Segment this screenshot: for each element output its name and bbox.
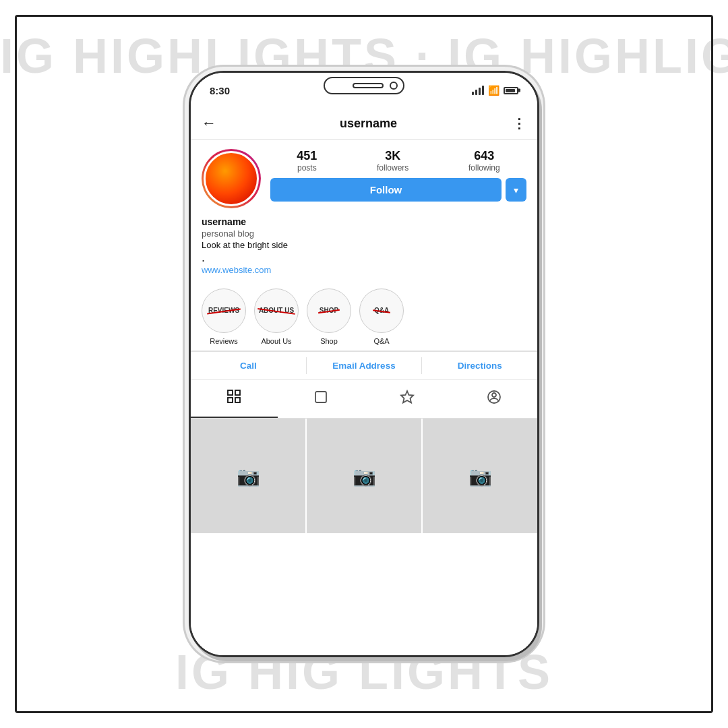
- grid-icon: [226, 388, 242, 408]
- contact-row: Call Email Address Directions: [191, 351, 537, 380]
- photo-cell-1[interactable]: 📷: [191, 419, 305, 533]
- profile-top: 451 posts 3K followers 643 following: [202, 149, 526, 208]
- tab-igtv[interactable]: [278, 380, 365, 418]
- highlight-circle-reviews: REVIEWS: [202, 289, 246, 333]
- volume-down-button: [189, 232, 190, 271]
- mute-button: [189, 154, 190, 177]
- highlight-circle-aboutus: ABOUT US: [254, 289, 299, 333]
- igtv-icon: [313, 389, 329, 409]
- photo-cell-2[interactable]: 📷: [307, 419, 421, 533]
- status-bar: 8:30 📶: [191, 73, 537, 108]
- following-count: 643: [474, 149, 494, 163]
- svg-rect-2: [228, 398, 233, 402]
- photo-placeholder-1: 📷: [237, 465, 260, 487]
- phone-screen: ← username ⋮ 451 posts: [191, 108, 537, 655]
- following-stat[interactable]: 643 following: [468, 149, 500, 173]
- svg-point-7: [492, 393, 496, 397]
- tab-bar: [191, 380, 537, 419]
- directions-button[interactable]: Directions: [422, 352, 537, 380]
- highlight-circle-shop: SHOP: [307, 289, 351, 333]
- photo-placeholder-3: 📷: [468, 465, 492, 487]
- photo-cell-3[interactable]: 📷: [423, 419, 537, 533]
- posts-label: posts: [297, 163, 317, 173]
- volume-up-button: [189, 185, 190, 224]
- notch: [324, 77, 404, 94]
- signal-icon: [472, 86, 484, 95]
- more-options-button[interactable]: ⋮: [512, 115, 526, 131]
- following-label: following: [468, 163, 500, 173]
- posts-count: 451: [297, 149, 317, 163]
- stats-row: 451 posts 3K followers 643 following: [270, 149, 526, 173]
- bio-name: username: [202, 216, 526, 227]
- mentions-icon: [486, 389, 502, 409]
- follow-button[interactable]: Follow: [270, 178, 502, 202]
- highlight-aboutus[interactable]: ABOUT US About Us: [254, 289, 299, 345]
- phone-body: 8:30 📶 ←: [189, 71, 539, 657]
- avatar-image: [204, 151, 259, 206]
- svg-rect-1: [235, 390, 240, 395]
- followers-stat[interactable]: 3K followers: [377, 149, 408, 173]
- bio-dot: .: [202, 251, 526, 264]
- action-row: Follow ▾: [270, 178, 526, 202]
- bio-link[interactable]: www.website.com: [202, 265, 526, 275]
- nav-bar: ← username ⋮: [191, 108, 537, 140]
- bio-text: Look at the bright side: [202, 240, 526, 250]
- back-button[interactable]: ←: [202, 115, 216, 132]
- tab-tagged[interactable]: [364, 380, 451, 418]
- followers-count: 3K: [385, 149, 400, 163]
- power-button: [538, 181, 539, 220]
- status-time: 8:30: [210, 85, 230, 96]
- highlight-label-reviews: Reviews: [210, 337, 238, 345]
- highlight-circle-qa: Q&A: [359, 289, 404, 333]
- avatar[interactable]: [202, 149, 261, 208]
- dropdown-button[interactable]: ▾: [506, 178, 526, 202]
- tab-mentions[interactable]: [451, 380, 538, 418]
- svg-marker-5: [401, 391, 413, 403]
- photo-placeholder-2: 📷: [353, 465, 376, 487]
- call-button[interactable]: Call: [191, 352, 306, 380]
- followers-label: followers: [377, 163, 408, 173]
- svg-rect-3: [235, 398, 240, 402]
- highlight-label-shop: Shop: [320, 337, 338, 345]
- svg-rect-4: [315, 392, 326, 402]
- bio-category: personal blog: [202, 229, 526, 239]
- highlight-reviews[interactable]: REVIEWS Reviews: [202, 289, 246, 345]
- battery-icon: [504, 87, 518, 94]
- camera: [390, 82, 398, 90]
- tab-grid[interactable]: [191, 380, 278, 418]
- highlight-shop[interactable]: SHOP Shop: [307, 289, 351, 345]
- highlight-label-aboutus: About Us: [261, 337, 291, 345]
- highlights-row: REVIEWS Reviews ABOUT US About Us: [191, 280, 537, 351]
- highlight-qa[interactable]: Q&A Q&A: [359, 289, 404, 345]
- email-button[interactable]: Email Address: [307, 352, 422, 380]
- nav-title: username: [224, 117, 512, 131]
- speaker: [353, 83, 384, 88]
- wifi-icon: 📶: [488, 85, 499, 96]
- profile-section: 451 posts 3K followers 643 following: [191, 140, 537, 280]
- svg-rect-0: [228, 390, 233, 395]
- phone-mockup: 8:30 📶 ←: [189, 71, 539, 657]
- photo-grid: 📷 📷 📷: [191, 419, 537, 533]
- posts-stat: 451 posts: [297, 149, 317, 173]
- tagged-icon: [399, 389, 415, 409]
- status-icons: 📶: [472, 85, 518, 96]
- highlight-label-qa: Q&A: [373, 337, 389, 345]
